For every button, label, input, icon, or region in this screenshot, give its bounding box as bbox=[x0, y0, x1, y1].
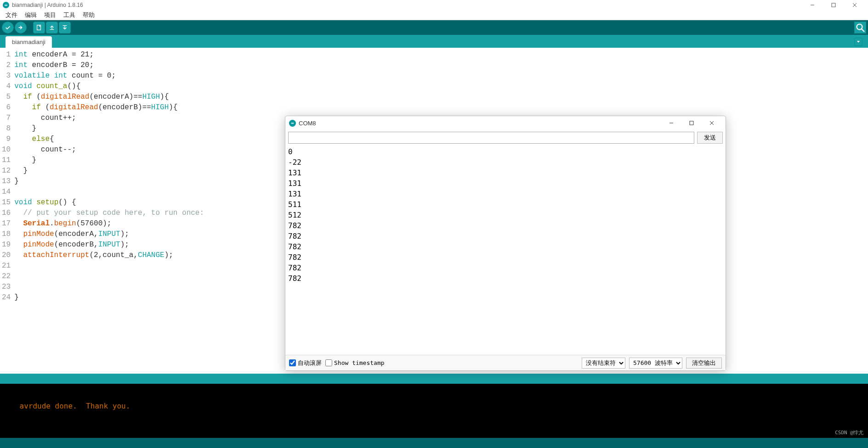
svg-rect-1 bbox=[832, 3, 835, 7]
watermark: CSDN @悖尤 bbox=[835, 429, 863, 436]
serial-titlebar: ∞ COM8 bbox=[285, 116, 726, 130]
svg-line-8 bbox=[862, 29, 864, 32]
console-text: avrdude done. Thank you. bbox=[20, 402, 130, 410]
serial-output[interactable]: 0 -22 131 131 131 511 512 782 782 782 78… bbox=[285, 146, 726, 355]
minimize-button[interactable] bbox=[802, 0, 823, 10]
svg-rect-4 bbox=[37, 25, 41, 30]
svg-point-7 bbox=[857, 24, 862, 30]
menu-tools[interactable]: 工具 bbox=[60, 10, 79, 20]
serial-monitor-window: ∞ COM8 发送 0 -22 131 131 131 511 512 782 … bbox=[285, 116, 726, 371]
line-gutter: 123456789101112131415161718192021222324 bbox=[0, 48, 13, 374]
serial-maximize-button[interactable] bbox=[681, 117, 702, 129]
sketch-tab-label: bianmadianji bbox=[12, 39, 45, 45]
autoscroll-input[interactable] bbox=[289, 359, 296, 366]
serial-close-button[interactable] bbox=[702, 117, 722, 129]
serial-monitor-button[interactable] bbox=[854, 22, 866, 34]
timestamp-input[interactable] bbox=[325, 359, 332, 366]
footer-bar bbox=[0, 438, 868, 448]
menu-edit[interactable]: 编辑 bbox=[21, 10, 40, 20]
open-button[interactable] bbox=[46, 22, 58, 34]
svg-rect-10 bbox=[690, 121, 693, 125]
status-bar bbox=[0, 374, 868, 383]
titlebar: ∞ bianmadianji | Arduino 1.8.16 bbox=[0, 0, 868, 10]
autoscroll-label: 自动滚屏 bbox=[298, 359, 322, 367]
menu-help[interactable]: 帮助 bbox=[79, 10, 98, 20]
menubar: 文件 编辑 项目 工具 帮助 bbox=[0, 10, 868, 20]
menu-file[interactable]: 文件 bbox=[2, 10, 21, 20]
arduino-logo-icon: ∞ bbox=[3, 2, 9, 8]
tab-menu-button[interactable] bbox=[854, 38, 862, 46]
maximize-button[interactable] bbox=[823, 0, 844, 10]
verify-button[interactable] bbox=[2, 22, 14, 34]
toolbar bbox=[0, 20, 868, 35]
autoscroll-checkbox[interactable]: 自动滚屏 bbox=[289, 359, 322, 367]
serial-input[interactable] bbox=[288, 132, 694, 144]
arduino-logo-icon: ∞ bbox=[289, 120, 296, 127]
menu-sketch[interactable]: 项目 bbox=[40, 10, 60, 20]
upload-button[interactable] bbox=[15, 22, 27, 34]
timestamp-label: Show timestamp bbox=[334, 359, 385, 366]
serial-footer: 自动滚屏 Show timestamp 没有结束符 57600 波特率 清空输出 bbox=[285, 355, 726, 370]
window-title: bianmadianji | Arduino 1.8.16 bbox=[12, 2, 83, 8]
tabbar: bianmadianji bbox=[0, 35, 868, 48]
serial-send-button[interactable]: 发送 bbox=[697, 132, 723, 144]
serial-title: COM8 bbox=[299, 120, 316, 127]
serial-send-row: 发送 bbox=[285, 130, 726, 146]
clear-output-button[interactable]: 清空输出 bbox=[686, 358, 722, 369]
save-button[interactable] bbox=[59, 22, 71, 34]
line-ending-select[interactable]: 没有结束符 bbox=[582, 358, 625, 369]
serial-minimize-button[interactable] bbox=[661, 117, 681, 129]
new-button[interactable] bbox=[33, 22, 45, 34]
timestamp-checkbox[interactable]: Show timestamp bbox=[325, 359, 385, 366]
close-button[interactable] bbox=[844, 0, 865, 10]
baud-select[interactable]: 57600 波特率 bbox=[629, 358, 682, 369]
console-output[interactable]: avrdude done. Thank you. CSDN @悖尤 bbox=[0, 383, 868, 438]
sketch-tab[interactable]: bianmadianji bbox=[6, 36, 52, 48]
